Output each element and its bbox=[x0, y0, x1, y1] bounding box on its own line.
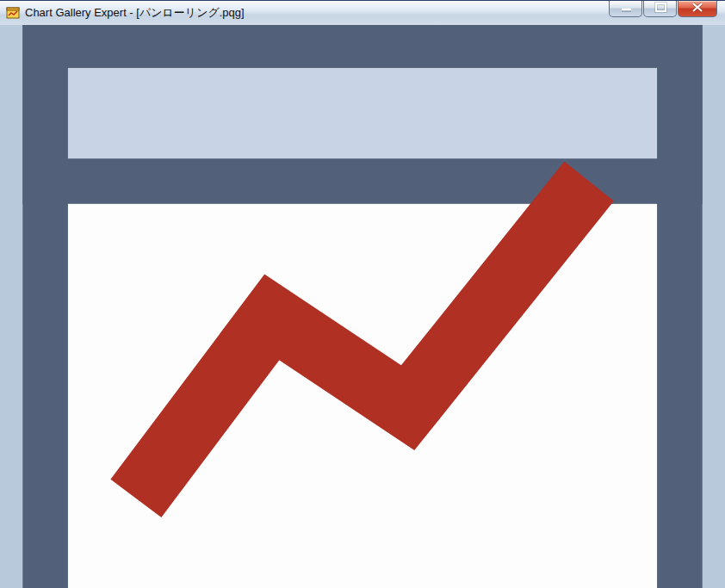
minimize-button[interactable] bbox=[609, 1, 642, 17]
document-icon bbox=[0, 0, 725, 588]
app-icon bbox=[6, 6, 20, 20]
window-title: Chart Gallery Expert - [パンローリング.pqg] bbox=[25, 1, 245, 25]
title-bar: Chart Gallery Expert - [パンローリング.pqg] bbox=[0, 0, 725, 25]
menu-bar: ファイル(F) 編集(E) 表示(V) ツール(T) ウィンドウ(W) ヘルプ(… bbox=[0, 0, 725, 588]
close-icon bbox=[679, 1, 716, 15]
minimize-icon bbox=[610, 1, 641, 15]
maximize-button[interactable] bbox=[643, 1, 677, 17]
close-button[interactable] bbox=[678, 1, 717, 17]
maximize-icon bbox=[645, 1, 676, 15]
